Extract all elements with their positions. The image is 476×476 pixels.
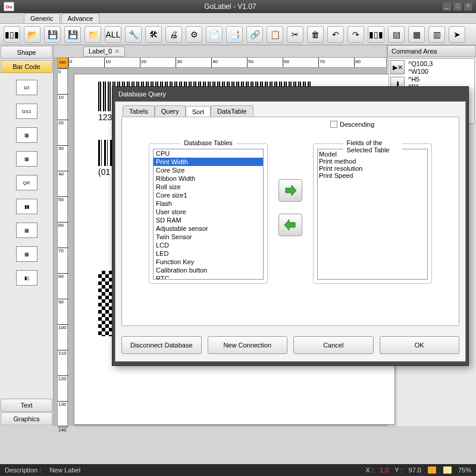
align-left-icon[interactable]: ▤ [388, 26, 405, 43]
window-title: GoLabel - V1.07 [18, 2, 443, 11]
field-option[interactable]: Print resolution [319, 165, 426, 172]
move-right-button[interactable] [278, 179, 302, 202]
barcode-type-5[interactable]: ▮▮ [16, 199, 37, 214]
table-option[interactable]: Function Key [154, 258, 263, 266]
command-line: ^W100 [408, 68, 473, 76]
left-tab-text[interactable]: Text [1, 399, 52, 412]
close-button[interactable]: × [464, 2, 472, 11]
titlebar: Go GoLabel - V1.07 _ □ × [0, 0, 476, 13]
table-option[interactable]: SD RAM [154, 216, 263, 224]
command-area-title: Command Area [387, 45, 476, 57]
document-tab[interactable]: Label_0 ✕ [83, 46, 125, 57]
ruler-vertical: 0102030405060708090100110120130140 [57, 68, 68, 426]
zoom-level[interactable]: 75% [458, 466, 471, 474]
left-tab-barcode[interactable]: Bar Code [1, 60, 52, 73]
dialog-title: Database Query [112, 87, 468, 101]
disconnect-database-button[interactable]: Disconnect Database [121, 336, 202, 354]
close-tab-icon[interactable]: ✕ [114, 48, 120, 55]
tab-generic[interactable]: Generic [24, 13, 60, 23]
table-option[interactable]: Print Width [154, 158, 263, 166]
barcode-gs1-text: (01 [98, 167, 110, 177]
table-option[interactable]: LED [154, 249, 263, 258]
status-y-value: 97.0 [409, 466, 421, 474]
table-option[interactable]: Roll size [154, 183, 263, 191]
document-tab-label: Label_0 [89, 48, 112, 55]
move-left-button[interactable] [278, 214, 302, 236]
ruler-horizontal: 0102030405060708090 [68, 57, 387, 68]
field-option[interactable]: Print Speed [319, 172, 426, 179]
table-option[interactable]: Flash [154, 199, 263, 208]
tab-advance[interactable]: Advance [61, 13, 100, 23]
cut-icon[interactable]: ✂ [287, 26, 303, 43]
selected-fields-legend: Fields of the Selected Table [343, 139, 402, 154]
paste-icon[interactable]: 📋 [267, 26, 283, 43]
left-tab-shape[interactable]: Shape [1, 46, 52, 59]
dialog-tab-query[interactable]: Query [155, 105, 186, 117]
barcode-type-6[interactable]: ▦ [16, 223, 37, 238]
toolbar: ▮▯▮📂💾💾📁ALL🔧🛠🖨⚙📄📑🔗📋✂🗑↶↷▮▯▮▤▦▥➤ [0, 24, 476, 45]
barcode2-icon[interactable]: ▮▯▮ [368, 26, 384, 43]
status-description-label: Description : [5, 466, 41, 474]
table-option[interactable]: Calibration button [154, 266, 263, 274]
link-icon[interactable]: 🔗 [246, 26, 263, 43]
table-option[interactable]: Core size1 [154, 191, 263, 199]
left-panel: Shape Bar Code 1DGS1▦▦QR▮▮▦▦▮▯ Text Grap… [0, 45, 54, 426]
undo-icon[interactable]: ↶ [327, 26, 344, 43]
copy-icon[interactable]: 📄 [206, 26, 223, 43]
new-connection-button[interactable]: New Connection [208, 336, 288, 354]
selected-fields-listbox[interactable]: ModelPrint methodPrint resolutionPrint S… [317, 149, 428, 280]
table-option[interactable]: User store [154, 208, 263, 216]
table-option[interactable]: Ribbon Width [154, 174, 263, 183]
barcode-icon[interactable]: ▮▯▮ [4, 26, 20, 43]
table-option[interactable]: RTC [154, 274, 263, 280]
ok-button[interactable]: OK [380, 336, 460, 354]
barcode-type-0[interactable]: 1D [16, 80, 37, 95]
table-option[interactable]: Core Size [154, 166, 263, 174]
database-tables-legend: Database Tables [180, 139, 236, 146]
all-icon[interactable]: ALL [105, 26, 121, 43]
save-as-icon[interactable]: 💾 [64, 26, 81, 43]
barcode-type-1[interactable]: GS1 [16, 104, 37, 119]
selected-fields-group: Fields of the Selected Table ModelPrint … [313, 143, 432, 284]
dialog-tab-datatable[interactable]: DataTable [211, 105, 253, 117]
command-run-icon[interactable]: ▶✕ [390, 60, 405, 74]
grid-view-icon[interactable] [427, 466, 437, 474]
maximize-button[interactable]: □ [453, 2, 462, 11]
table-option[interactable]: Adjustable sensor [154, 224, 263, 233]
database-query-dialog: Database Query TabelsQuerySortDataTable … [112, 86, 469, 366]
align-right-icon[interactable]: ▥ [428, 26, 445, 43]
barcode-type-3[interactable]: ▦ [16, 151, 37, 167]
ribbon-tabs: Generic Advance [0, 13, 476, 24]
descending-checkbox[interactable] [330, 121, 337, 128]
left-tab-graphics[interactable]: Graphics [1, 412, 52, 425]
folder-icon[interactable]: 📁 [84, 26, 101, 43]
settings-icon[interactable]: ⚙ [186, 26, 202, 43]
open-icon[interactable]: 📂 [24, 26, 40, 43]
align-center-icon[interactable]: ▦ [408, 26, 425, 43]
database-tables-listbox[interactable]: CPUPrint WidthCore SizeRibbon WidthRoll … [153, 149, 264, 280]
barcode-type-2[interactable]: ▦ [16, 127, 37, 143]
save-icon[interactable]: 💾 [44, 26, 61, 43]
minimize-button[interactable]: _ [443, 2, 451, 11]
redo-icon[interactable]: ↷ [347, 26, 364, 43]
barcode-1d-text: 123 [98, 112, 112, 122]
wrench-icon[interactable]: 🔧 [125, 26, 142, 43]
trash-icon[interactable]: 🗑 [307, 26, 324, 43]
barcode-type-4[interactable]: QR [16, 175, 37, 190]
duplicate-icon[interactable]: 📑 [226, 26, 243, 43]
cancel-button[interactable]: Cancel [293, 336, 374, 354]
dialog-tab-sort[interactable]: Sort [186, 106, 211, 117]
table-option[interactable]: CPU [154, 149, 263, 158]
cursor-icon[interactable]: ➤ [449, 26, 465, 43]
ruler-unit[interactable]: mm [57, 57, 68, 68]
printer-icon[interactable]: 🖨 [165, 26, 182, 43]
table-option[interactable]: Twin Sensor [154, 233, 263, 241]
field-option[interactable]: Print method [319, 158, 426, 165]
tools-icon[interactable]: 🛠 [145, 26, 162, 43]
table-option[interactable]: LCD [154, 241, 263, 249]
barcode-type-8[interactable]: ▮▯ [16, 270, 37, 286]
command-line: ^H5 [408, 76, 473, 83]
list-view-icon[interactable] [443, 466, 452, 474]
dialog-tab-tabels[interactable]: Tabels [123, 105, 155, 117]
barcode-type-7[interactable]: ▦ [16, 246, 37, 262]
